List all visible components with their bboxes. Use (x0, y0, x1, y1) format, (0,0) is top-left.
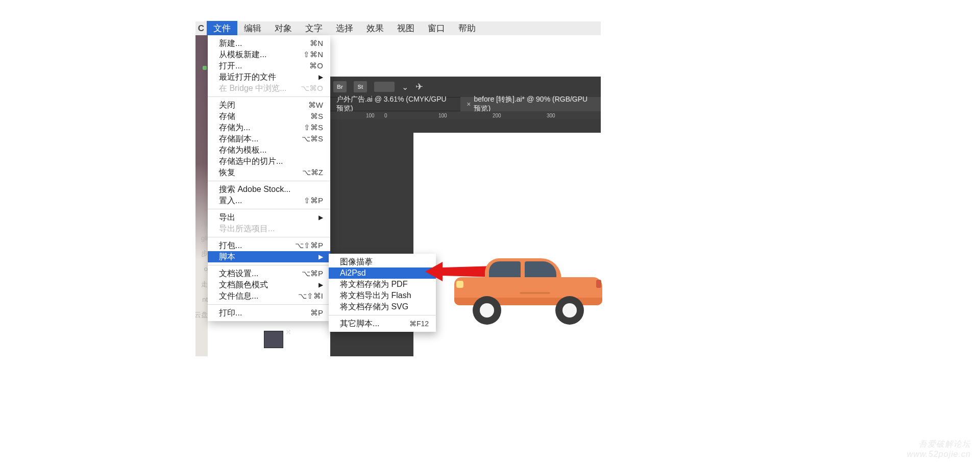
file-doc-setup[interactable]: 文档设置...⌥⌘P (208, 268, 330, 279)
menu-file[interactable]: 文件 (207, 21, 237, 36)
watermark: 吾爱破解论坛 www.52pojie.cn (907, 439, 971, 459)
file-browse-bridge: 在 Bridge 中浏览...⌥⌘O (208, 83, 330, 94)
script-ai2psd[interactable]: Ai2Psd (329, 267, 436, 279)
document-tab-1[interactable]: 户外广告.ai @ 3.61% (CMYK/GPU 预览) (330, 97, 460, 111)
script-other[interactable]: 其它脚本...⌘F12 (329, 318, 436, 329)
swap-fill-stroke-icon[interactable]: ⤮ (285, 328, 291, 336)
menu-type[interactable]: 文字 (299, 21, 329, 36)
script-save-svg[interactable]: 将文档存储为 SVG (329, 301, 436, 312)
submenu-arrow-icon: ▶ (318, 74, 323, 81)
document-tab-2[interactable]: × before [转换].ai* @ 90% (RGB/GPU 预览) (460, 97, 601, 111)
file-place[interactable]: 置入...⇧⌘P (208, 195, 330, 206)
file-save[interactable]: 存储⌘S (208, 111, 330, 122)
menu-help[interactable]: 帮助 (452, 21, 482, 36)
script-export-flash[interactable]: 将文档导出为 Flash (329, 290, 436, 301)
menu-select[interactable]: 选择 (329, 21, 360, 36)
file-search-stock[interactable]: 搜索 Adobe Stock... (208, 184, 330, 195)
file-export[interactable]: 导出▶ (208, 212, 330, 223)
menu-effect[interactable]: 效果 (360, 21, 390, 36)
file-revert[interactable]: 恢复⌥⌘Z (208, 167, 330, 178)
submenu-arrow-icon: ▶ (318, 281, 323, 288)
mac-menubar: C 文件 编辑 对象 文字 选择 效果 视图 窗口 帮助 (195, 21, 601, 35)
file-recent[interactable]: 最近打开的文件▶ (208, 71, 330, 83)
close-icon[interactable]: × (467, 100, 471, 108)
file-dropdown: 新建...⌘N 从模板新建...⇧⌘N 打开...⌘O 最近打开的文件▶ 在 B… (208, 35, 330, 321)
file-info[interactable]: 文件信息...⌥⇧⌘I (208, 290, 330, 302)
file-save-copy[interactable]: 存储副本...⌥⌘S (208, 133, 330, 144)
file-print[interactable]: 打印...⌘P (208, 307, 330, 319)
file-close[interactable]: 关闭⌘W (208, 100, 330, 111)
file-save-as[interactable]: 存储为...⇧⌘S (208, 122, 330, 133)
left-text-fragments: 用 gli 步 o 走 nt 云盘 (195, 215, 208, 323)
submenu-arrow-icon: ▶ (318, 253, 323, 260)
file-new-from-template[interactable]: 从模板新建...⇧⌘N (208, 49, 330, 60)
stock-icon[interactable]: St (354, 81, 367, 92)
submenu-arrow-icon: ▶ (318, 214, 323, 221)
file-save-slices[interactable]: 存储选中的切片... (208, 156, 330, 167)
script-image-trace[interactable]: 图像描摹 (329, 256, 436, 267)
app-letter: C (195, 23, 207, 34)
scripts-submenu: 图像描摹 Ai2Psd 将文档存储为 PDF 将文档导出为 Flash 将文档存… (329, 254, 436, 332)
file-new[interactable]: 新建...⌘N (208, 38, 330, 49)
panel-layout-icon[interactable] (374, 82, 395, 92)
menu-window[interactable]: 窗口 (421, 21, 452, 36)
menu-view[interactable]: 视图 (390, 21, 421, 36)
menu-object[interactable]: 对象 (268, 21, 299, 36)
file-open[interactable]: 打开...⌘O (208, 60, 330, 71)
color-swatch-area: ⤮ (262, 327, 303, 357)
file-package[interactable]: 打包...⌥⇧⌘P (208, 240, 330, 251)
bridge-icon[interactable]: Br (333, 81, 347, 92)
file-export-selection: 导出所选项目... (208, 223, 330, 234)
chevron-down-icon[interactable]: ⌄ (402, 82, 408, 92)
script-save-pdf[interactable]: 将文档存储为 PDF (329, 279, 436, 290)
car-illustration (454, 249, 602, 326)
file-save-template[interactable]: 存储为模板... (208, 144, 330, 156)
horizontal-ruler: 100 0 100 200 300 (330, 111, 601, 119)
gpu-rocket-icon[interactable]: ✈ (415, 81, 423, 92)
fill-swatch[interactable] (264, 331, 283, 348)
menu-edit[interactable]: 编辑 (237, 21, 268, 36)
file-color-mode[interactable]: 文档颜色模式▶ (208, 279, 330, 290)
file-scripts[interactable]: 脚本▶ (208, 251, 330, 262)
